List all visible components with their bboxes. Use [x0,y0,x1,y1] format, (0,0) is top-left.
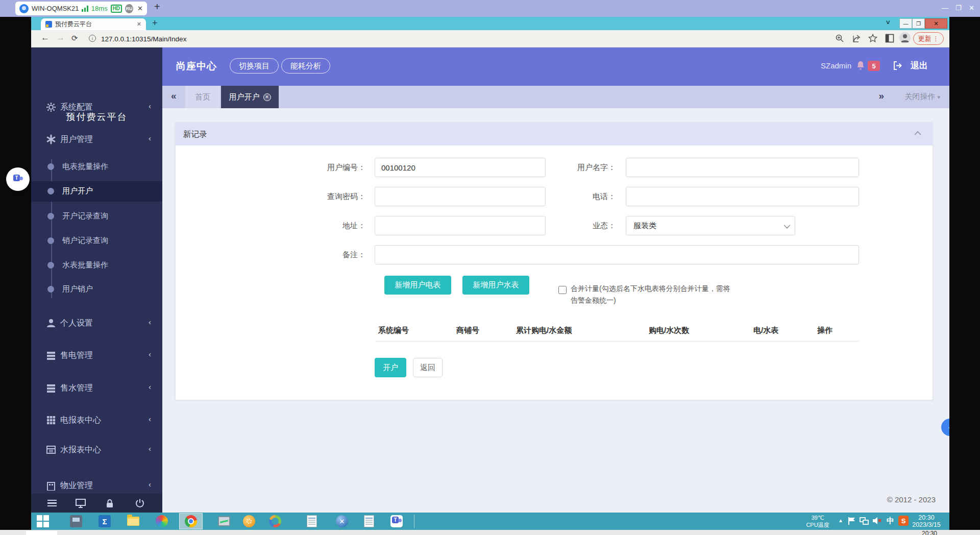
floating-teams-bubble[interactable] [6,167,30,191]
zoom-icon[interactable] [835,34,844,43]
close-operations-dropdown[interactable]: 关闭操作 ▾ [904,92,940,102]
tab-close-icon[interactable]: ✕ [263,93,271,101]
ime-language-indicator[interactable]: 中 [887,516,894,526]
notification-bell-icon[interactable] [856,61,865,70]
notification-count-badge[interactable]: 5 [868,61,880,71]
open-account-button[interactable]: 开户 [375,358,406,377]
phone-label: 电话： [539,192,616,202]
sidebar-item-system-config[interactable]: 系统配置 ‹ [31,96,162,119]
sidebar-subitem-user-open-account[interactable]: 用户开户 [31,181,162,202]
share-icon[interactable] [852,34,862,43]
rdp-new-tab-button[interactable]: + [154,1,160,13]
sidebar-item-label: 个人设置 [60,318,93,329]
bullet-icon [47,237,54,244]
side-panel-icon[interactable] [885,34,894,43]
site-info-icon[interactable]: i [89,35,96,42]
photos-app-icon[interactable] [155,514,169,528]
merge-label-line1: 合并计量(勾选后名下水电表将分别合并计量，需将 [571,284,730,293]
admin-tools-icon[interactable]: ✕ [335,514,349,528]
browser-close-button[interactable]: ✕ [925,18,947,29]
add-water-meter-button[interactable]: 新增用户水表 [462,276,529,295]
back-button[interactable]: 返回 [413,358,443,377]
sidebar-item-water-sales[interactable]: 售水管理 ‹ [31,377,162,400]
rdp-tab-close-icon[interactable]: ✕ [137,5,143,12]
performance-monitor-icon[interactable] [217,514,231,528]
browser-tab-close-icon[interactable]: ✕ [137,21,141,28]
sidebar-item-water-reports[interactable]: 水报表中心 ‹ [31,439,162,461]
powershell-icon[interactable]: Σ [97,514,112,528]
bookmark-star-icon[interactable] [868,34,877,43]
sidebar-subitem-water-meter-batch[interactable]: 水表批量操作 [31,255,162,276]
list-icon [46,383,56,393]
sidebar-subitem-open-record-query[interactable]: 开户记录查询 [31,206,162,227]
browser-new-tab-button[interactable]: + [152,18,158,29]
user-name-input[interactable] [626,158,859,177]
sidebar-subitem-meter-batch[interactable]: 电表批量操作 [31,157,162,177]
browser-minimize-button[interactable]: — [899,18,912,29]
query-password-input[interactable] [375,187,546,206]
business-type-select[interactable]: 服装类 [626,216,795,235]
settings-gear-icon[interactable] [242,514,256,528]
monitor-icon[interactable] [75,498,86,508]
energy-analysis-button[interactable]: 能耗分析 [281,58,330,74]
forward-icon[interactable]: → [56,33,65,43]
sidebar-subitem-close-record-query[interactable]: 销户记录查询 [31,231,162,251]
chrome-icon[interactable] [184,514,198,528]
tabs-scroll-right-icon[interactable]: » [878,90,884,102]
hidden-icons-chevron[interactable]: ▲ [838,518,843,523]
menu-toggle-icon[interactable] [47,498,57,508]
username-label[interactable]: SZadmin [821,61,851,70]
sidebar-item-personal-settings[interactable]: 个人设置 ‹ [31,312,162,335]
switch-project-button[interactable]: 切换项目 [230,58,279,74]
desktop-right-border [949,17,980,530]
volume-muted-icon[interactable] [872,516,881,525]
sogou-input-icon[interactable]: S [898,516,909,526]
log-viewer-icon[interactable] [362,514,376,528]
lock-icon[interactable] [105,498,116,508]
tab-home[interactable]: 首页 [185,86,220,108]
gear-icon [46,102,56,112]
tab-user-open-account[interactable]: 用户开户 ✕ [221,86,279,108]
browser-profile-avatar[interactable] [899,32,911,43]
rdp-session-tab[interactable]: WIN-OQMSK21... 18ms HD RU ✕ [15,2,147,15]
cpu-temperature-widget[interactable]: 39℃ CPU温度 [802,514,833,528]
sidebar-subitem-user-close-account[interactable]: 用户销户 [31,279,162,300]
logout-button[interactable]: 退出 [911,60,928,71]
file-explorer-icon[interactable] [126,514,140,528]
windows-start-button[interactable] [36,514,50,528]
notepad-icon[interactable] [305,514,319,528]
browser-tab[interactable]: 预付费云平台 ✕ [41,18,146,30]
url-text[interactable]: 127.0.0.1:10315/Main/Index [101,35,186,43]
browser-menu-dots-icon[interactable]: ⋮ [933,35,939,42]
back-icon[interactable]: ← [41,33,50,43]
network-status-icon[interactable] [860,516,869,525]
rdp-restore-button[interactable]: ❐ [955,4,962,12]
hd-quality-badge: HD [111,5,122,13]
collapse-chevron-up-icon[interactable] [914,131,921,136]
address-input[interactable] [375,216,546,235]
browser-tabs-menu-icon[interactable]: ˅ [886,18,890,26]
network-app-icon[interactable] [268,514,282,528]
taskbar-clock[interactable]: 20:30 2023/3/15 [910,514,943,528]
host-clock: 20:30 [922,530,937,535]
sidebar-item-electricity-reports[interactable]: 电报表中心 ‹ [31,409,162,432]
logout-icon[interactable] [893,61,902,70]
phone-input[interactable] [626,187,859,206]
sidebar-item-user-management[interactable]: 用户管理 ‹ [31,129,162,151]
power-icon[interactable] [135,498,146,508]
teams-icon[interactable] [389,514,404,528]
action-center-flag-icon[interactable] [847,516,856,525]
merge-metering-checkbox[interactable] [558,286,567,294]
rdp-close-button[interactable]: ✕ [969,4,974,12]
user-no-input[interactable] [375,158,546,177]
tabs-scroll-left-icon[interactable]: « [171,90,177,102]
reload-icon[interactable]: ⟳ [71,34,78,43]
browser-update-button[interactable]: 更新 ⋮ [913,32,944,45]
browser-restore-button[interactable]: ❐ [912,18,925,29]
user-no-label: 用户编号： [289,163,365,173]
sidebar-item-electricity-sales[interactable]: 售电管理 ‹ [31,345,162,367]
add-electric-meter-button[interactable]: 新增用户电表 [384,276,451,295]
server-manager-icon[interactable] [69,514,83,528]
remark-input[interactable] [375,245,859,264]
rdp-minimize-button[interactable]: — [942,4,948,12]
